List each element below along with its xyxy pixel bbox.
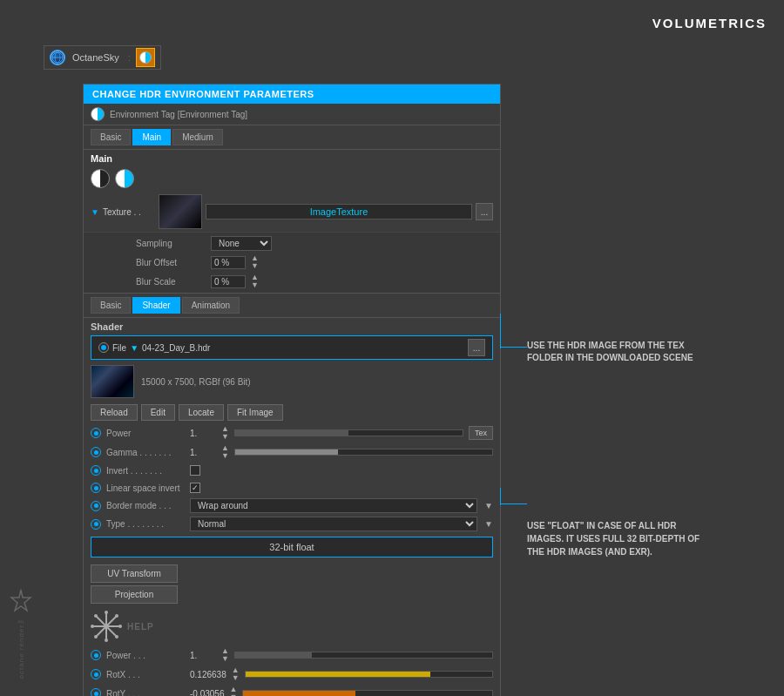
power2-row: Power . . . 1. ▲▼	[84, 645, 500, 665]
texture-label: Texture . .	[103, 207, 155, 217]
globe-icon	[50, 50, 65, 65]
linear-radio[interactable]	[91, 483, 101, 493]
tab-medium[interactable]: Medium	[172, 129, 223, 145]
file-row: File ▼ 04-23_Day_B.hdr ...	[91, 335, 493, 360]
file-radio-button[interactable]	[98, 342, 109, 353]
tab-basic[interactable]: Basic	[91, 129, 131, 145]
roty-radio[interactable]	[91, 688, 101, 696]
texture-preview	[159, 194, 202, 229]
power-slider-fill	[235, 430, 349, 436]
svg-point-7	[105, 611, 108, 614]
gamma-label: Gamma . . . . . . .	[106, 448, 185, 457]
power-value: 1.	[190, 429, 216, 438]
inner-tabs: Basic Shader Animation	[84, 293, 500, 318]
type-arrow: ▼	[484, 519, 493, 529]
rotx-slider[interactable]	[245, 671, 493, 678]
file-name: 04-23_Day_B.hdr	[142, 343, 464, 353]
blur-offset-input[interactable]	[211, 256, 246, 269]
power2-radio[interactable]	[91, 650, 101, 660]
type-row: Type . . . . . . . . Normal ▼	[84, 515, 500, 533]
linear-label: Linear space invert	[106, 483, 185, 493]
callout-float-info: USE "FLOAT" IN CASE OF ALL HDR IMAGES. I…	[527, 519, 701, 558]
main-panel: CHANGE HDR ENVIRONMENT PARAMETERS Enviro…	[83, 84, 501, 696]
blur-scale-input[interactable]	[211, 275, 246, 288]
sampling-dropdown[interactable]: None	[211, 236, 272, 251]
connector-float-h	[501, 503, 527, 504]
roty-spinner[interactable]: ▲▼	[229, 686, 237, 696]
blur-scale-row: Blur Scale ▲▼	[136, 272, 493, 291]
border-mode-label: Border mode . . .	[106, 501, 185, 510]
rotx-radio[interactable]	[91, 669, 101, 679]
blur-offset-spinner[interactable]: ▲▼	[251, 254, 259, 270]
power2-value: 1.	[190, 651, 216, 660]
texture-row: ▼ Texture . . ImageTexture ...	[84, 192, 500, 233]
gamma-spinner[interactable]: ▲▼	[221, 444, 229, 460]
environment-tag-icon	[91, 107, 105, 121]
tab-main[interactable]: Main	[132, 129, 171, 145]
file-menu-button[interactable]: ...	[468, 339, 485, 356]
callout-hdr-image: USE THE HDR IMAGE FROM THE TEX FOLDER IN…	[527, 340, 701, 364]
rotx-label: RotX . . .	[106, 670, 185, 679]
edit-button[interactable]: Edit	[141, 404, 175, 421]
toolbar-orange-button[interactable]	[136, 48, 155, 67]
texture-menu-button[interactable]: ...	[476, 203, 493, 220]
reload-button[interactable]: Reload	[91, 404, 138, 421]
uv-transform-button[interactable]: UV Transform	[91, 564, 178, 583]
octane-star-icon	[9, 588, 33, 612]
fit-image-button[interactable]: Fit Image	[227, 404, 283, 421]
type-radio[interactable]	[91, 519, 101, 530]
locate-button[interactable]: Locate	[179, 404, 224, 421]
help-area: HELP	[84, 607, 500, 645]
connector-hdr-h	[501, 347, 527, 348]
power-label: Power	[106, 429, 185, 438]
tab-inner-shader[interactable]: Shader	[132, 297, 179, 314]
border-mode-radio[interactable]	[91, 501, 101, 511]
subheader-text: Environment Tag [Environment Tag]	[110, 110, 247, 119]
connector-hdr-v	[500, 314, 501, 348]
texture-name-box: ImageTexture	[206, 204, 472, 220]
tab-inner-basic[interactable]: Basic	[91, 297, 131, 314]
roty-slider-fill	[243, 691, 355, 696]
toolbar-label: OctaneSky	[72, 52, 119, 63]
icon-left-white	[91, 169, 110, 188]
power2-slider[interactable]	[234, 652, 493, 659]
half-circle-icon	[139, 51, 152, 64]
file-type-dropdown[interactable]: ▼	[130, 343, 139, 353]
svg-marker-15	[11, 590, 30, 611]
type-label: Type . . . . . . . .	[106, 519, 185, 529]
invert-radio[interactable]	[91, 465, 101, 476]
border-mode-select[interactable]: Wrap around	[190, 498, 477, 513]
toolbar-separator: :	[128, 52, 131, 63]
projection-button[interactable]: Projection	[91, 585, 178, 604]
roty-value: -0.03056	[190, 689, 224, 697]
image-info: 15000 x 7500, RGBf (96 Bit)	[141, 377, 251, 387]
float-box[interactable]: 32-bit float	[91, 537, 493, 557]
expand-arrow-icon[interactable]: ▼	[91, 207, 99, 217]
invert-checkbox[interactable]	[190, 465, 200, 476]
connector-float-v	[500, 488, 501, 505]
rotx-spinner[interactable]: ▲▼	[232, 666, 240, 682]
border-mode-row: Border mode . . . Wrap around ▼	[84, 497, 500, 515]
type-select[interactable]: Normal	[190, 517, 477, 531]
power-spinner[interactable]: ▲▼	[221, 425, 229, 441]
rotx-slider-fill	[246, 672, 431, 677]
power-tex-button[interactable]: Tex	[469, 426, 493, 440]
power-radio[interactable]	[91, 428, 101, 438]
linear-checkbox[interactable]	[190, 483, 200, 493]
sub-params: Sampling None Blur Offset ▲▼ Blur Scale …	[84, 233, 500, 293]
power-slider[interactable]	[234, 429, 463, 436]
roty-slider[interactable]	[242, 690, 493, 696]
blur-offset-label: Blur Offset	[136, 258, 206, 267]
svg-point-11	[94, 614, 98, 618]
gamma-radio[interactable]	[91, 447, 101, 457]
sampling-label: Sampling	[136, 239, 206, 248]
roty-label: RotY . . .	[106, 689, 185, 697]
blur-offset-row: Blur Offset ▲▼	[136, 253, 493, 272]
tab-inner-animation[interactable]: Animation	[182, 297, 240, 314]
main-tabs: Basic Main Medium	[84, 125, 500, 150]
action-buttons: Reload Edit Locate Fit Image	[84, 402, 500, 423]
power2-spinner[interactable]: ▲▼	[221, 647, 229, 663]
main-section-label: Main	[84, 150, 500, 166]
blur-scale-spinner[interactable]: ▲▼	[251, 274, 259, 289]
gamma-slider[interactable]	[234, 449, 493, 456]
